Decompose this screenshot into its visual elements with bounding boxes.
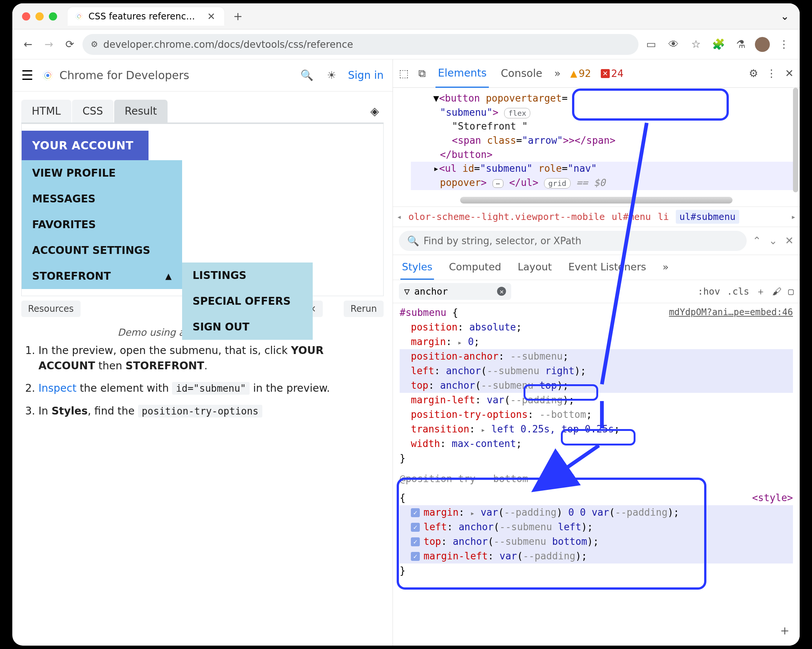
submenu-item[interactable]: LISTINGS xyxy=(182,263,313,288)
menu-item[interactable]: MESSAGES xyxy=(21,186,182,212)
new-rule-icon[interactable]: ＋ xyxy=(756,285,765,298)
close-tab-icon[interactable]: ✕ xyxy=(205,11,218,22)
inspect-link[interactable]: Inspect xyxy=(38,382,76,394)
chevron-left-icon[interactable]: ◂ xyxy=(397,212,401,222)
chrome-icon xyxy=(74,12,84,21)
filter-icon: ▽ xyxy=(404,286,410,297)
cls-toggle[interactable]: .cls xyxy=(727,286,749,297)
find-next-icon[interactable]: ⌄ xyxy=(769,234,777,247)
tab-computed[interactable]: Computed xyxy=(447,255,503,280)
hamburger-icon[interactable]: ☰ xyxy=(21,67,33,83)
tab-event-listeners[interactable]: Event Listeners xyxy=(567,255,648,280)
add-property-icon[interactable]: ＋ xyxy=(778,620,792,640)
menu-item-storefront[interactable]: STOREFRONT ▲ LISTINGS SPECIAL OFFERS SIG… xyxy=(21,263,182,289)
kebab-icon[interactable]: ⋮ xyxy=(766,67,777,80)
menu-item-label: MESSAGES xyxy=(32,193,96,205)
close-devtools-icon[interactable]: ✕ xyxy=(785,67,794,80)
menu-your-account[interactable]: YOUR ACCOUNT xyxy=(21,131,148,160)
find-input[interactable]: 🔍 Find by string, selector, or XPath xyxy=(399,231,747,251)
submenu-item[interactable]: SIGN OUT xyxy=(182,314,313,340)
warnings-badge[interactable]: ▲92 xyxy=(570,68,591,79)
site-settings-icon[interactable]: ⚙ xyxy=(91,40,98,49)
back-button[interactable]: ← xyxy=(20,36,36,53)
labs-icon[interactable]: ⚗ xyxy=(733,36,749,53)
new-tab-button[interactable]: + xyxy=(231,10,245,23)
crumb-item-selected[interactable]: ul#submenu xyxy=(676,210,740,223)
property-checkbox[interactable]: ✓ xyxy=(411,508,420,517)
eye-off-icon[interactable]: 👁 xyxy=(665,36,682,53)
tab-elements[interactable]: Elements xyxy=(435,60,489,88)
property-checkbox[interactable]: ✓ xyxy=(411,552,420,561)
css-rules[interactable]: mdYdpOM?ani…pe=embed:46 #submenu { posit… xyxy=(393,303,800,646)
tab-console[interactable]: Console xyxy=(499,60,545,87)
errors-badge[interactable]: ✕24 xyxy=(601,68,624,79)
brush-icon[interactable]: 🖌 xyxy=(772,286,781,297)
crumb-item[interactable]: li xyxy=(658,211,669,222)
reload-button[interactable]: ⟳ xyxy=(61,36,78,53)
rerun-button[interactable]: Rerun xyxy=(344,301,384,317)
settings-icon[interactable]: ⚙ xyxy=(749,67,758,80)
tab-styles[interactable]: Styles xyxy=(400,255,434,280)
extensions-icon[interactable]: 🧩 xyxy=(710,36,727,53)
clear-filter-icon[interactable]: ✕ xyxy=(497,287,506,296)
menu-item[interactable]: FAVORITES xyxy=(21,212,182,237)
profile-avatar[interactable] xyxy=(755,37,770,52)
menu-item-label: ACCOUNT SETTINGS xyxy=(32,244,150,257)
crumb-item[interactable]: ul#menu xyxy=(612,211,651,222)
address-bar[interactable]: ⚙ developer.chrome.com/docs/devtools/css… xyxy=(82,34,638,55)
fullscreen-window-button[interactable] xyxy=(49,12,57,20)
theme-toggle-icon[interactable]: ☀ xyxy=(324,67,340,84)
menu-item[interactable]: ACCOUNT SETTINGS xyxy=(21,237,182,263)
tab-css[interactable]: CSS xyxy=(72,100,113,122)
more-tabs-icon[interactable]: » xyxy=(554,67,560,80)
step-2: Inspect the element with id="submenu" in… xyxy=(38,381,376,396)
styles-filter-input[interactable]: ▽ anchor ✕ xyxy=(399,283,511,300)
bookmark-icon[interactable]: ☆ xyxy=(688,36,704,53)
vertical-scrollbar[interactable] xyxy=(792,88,799,646)
embed-tabs: HTML CSS Result ◈ xyxy=(17,92,388,122)
crumb-item[interactable]: olor-scheme--light.viewport--mobile xyxy=(408,211,605,222)
site-brand[interactable]: Chrome for Developers xyxy=(41,69,290,82)
forward-button[interactable]: → xyxy=(41,36,57,53)
tab-result[interactable]: Result xyxy=(114,100,168,122)
more-subtabs-icon[interactable]: » xyxy=(661,255,670,280)
window-controls xyxy=(22,12,57,20)
tabs-overflow-button[interactable]: ⌄ xyxy=(778,7,792,25)
horizontal-scrollbar[interactable] xyxy=(460,197,733,204)
ellipsis-badge[interactable]: ⋯ xyxy=(493,179,504,188)
inspect-element-icon[interactable]: ⬚ xyxy=(399,67,409,80)
page-content: ☰ Chrome for Developers 🔍 ☀ Sign in HTML… xyxy=(12,60,393,646)
breadcrumb[interactable]: ◂ olor-scheme--light.viewport--mobile ul… xyxy=(393,207,800,227)
rule-source-link[interactable]: mdYdpOM?ani…pe=embed:46 xyxy=(669,305,793,319)
style-source[interactable]: <style> xyxy=(752,491,793,505)
close-window-button[interactable] xyxy=(22,12,30,20)
dom-tree[interactable]: ▼<button popovertarget= "submenu"> flex … xyxy=(393,88,800,207)
content-area: ☰ Chrome for Developers 🔍 ☀ Sign in HTML… xyxy=(12,60,800,646)
tab-layout[interactable]: Layout xyxy=(516,255,553,280)
tab-html[interactable]: HTML xyxy=(21,100,71,122)
warning-icon: ▲ xyxy=(570,68,577,79)
minimize-window-button[interactable] xyxy=(35,12,44,20)
submenu: LISTINGS SPECIAL OFFERS SIGN OUT xyxy=(182,263,313,340)
search-icon: 🔍 xyxy=(407,235,419,246)
submenu-item[interactable]: SPECIAL OFFERS xyxy=(182,288,313,314)
menu-item[interactable]: VIEW PROFILE xyxy=(21,160,182,186)
codepen-icon[interactable]: ◈ xyxy=(366,102,384,120)
property-checkbox[interactable]: ✓ xyxy=(411,537,420,546)
flex-badge[interactable]: flex xyxy=(504,108,530,118)
find-prev-icon[interactable]: ⌃ xyxy=(752,234,761,247)
cast-icon[interactable]: ▭ xyxy=(643,36,659,53)
property-checkbox[interactable]: ✓ xyxy=(411,523,420,532)
find-placeholder: Find by string, selector, or XPath xyxy=(424,235,582,246)
grid-badge[interactable]: grid xyxy=(544,178,570,188)
menu-item-label: VIEW PROFILE xyxy=(32,167,116,179)
resources-button[interactable]: Resources xyxy=(21,301,81,317)
device-toolbar-icon[interactable]: ⧉ xyxy=(418,67,426,80)
kebab-menu-icon[interactable]: ⋮ xyxy=(776,36,792,53)
chrome-icon xyxy=(41,69,54,82)
error-icon: ✕ xyxy=(601,69,610,78)
hov-toggle[interactable]: :hov xyxy=(698,286,720,297)
search-icon[interactable]: 🔍 xyxy=(299,67,315,84)
sign-in-link[interactable]: Sign in xyxy=(348,69,384,81)
browser-tab[interactable]: CSS features reference | Chr ✕ xyxy=(67,7,224,26)
